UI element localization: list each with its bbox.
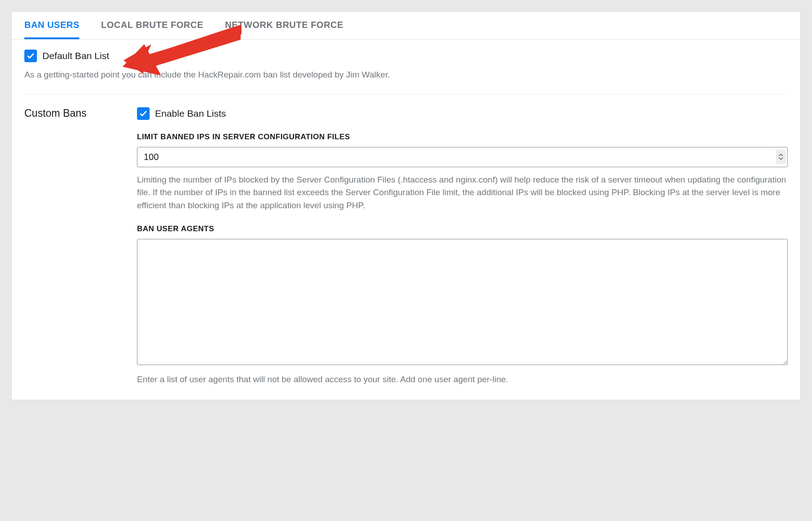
limit-ips-help: Limiting the number of IPs blocked by th…	[137, 174, 788, 212]
settings-panel: BAN USERS LOCAL BRUTE FORCE NETWORK BRUT…	[11, 11, 801, 400]
tabs-bar: BAN USERS LOCAL BRUTE FORCE NETWORK BRUT…	[12, 12, 800, 40]
limit-ips-input[interactable]	[137, 147, 788, 167]
tab-ban-users[interactable]: BAN USERS	[24, 12, 79, 39]
section-heading-col: Custom Bans	[24, 107, 119, 386]
default-ban-checkbox[interactable]	[24, 50, 37, 62]
enable-ban-lists-checkbox[interactable]	[137, 107, 150, 120]
section-fields-col: Enable Ban Lists LIMIT BANNED IPS IN SER…	[137, 107, 788, 386]
default-ban-label: Default Ban List	[42, 50, 109, 61]
ban-agents-label: BAN USER AGENTS	[137, 224, 788, 233]
default-ban-row: Default Ban List	[24, 50, 788, 62]
default-ban-description: As a getting-started point you can inclu…	[24, 69, 788, 82]
enable-ban-lists-row: Enable Ban Lists	[137, 107, 788, 120]
ban-agents-help: Enter a list of user agents that will no…	[137, 373, 788, 386]
limit-ips-label: LIMIT BANNED IPS IN SERVER CONFIGURATION…	[137, 133, 788, 142]
enable-ban-lists-label: Enable Ban Lists	[155, 108, 226, 119]
limit-ips-stepper[interactable]	[776, 150, 786, 164]
custom-bans-title: Custom Bans	[24, 107, 119, 119]
chevron-down-icon	[779, 157, 783, 160]
ban-agents-textarea[interactable]	[137, 239, 788, 365]
checkmark-icon	[27, 52, 35, 60]
checkmark-icon	[139, 110, 147, 118]
tab-local-brute-force[interactable]: LOCAL BRUTE FORCE	[101, 12, 203, 39]
custom-bans-section: Custom Bans Enable Ban Lists LIMIT BANNE…	[24, 107, 788, 386]
chevron-up-icon	[779, 153, 783, 157]
limit-ips-field-wrap	[137, 147, 788, 167]
tab-network-brute-force[interactable]: NETWORK BRUTE FORCE	[225, 12, 343, 39]
divider	[24, 94, 788, 95]
tab-content: Default Ban List As a getting-started po…	[12, 40, 800, 400]
